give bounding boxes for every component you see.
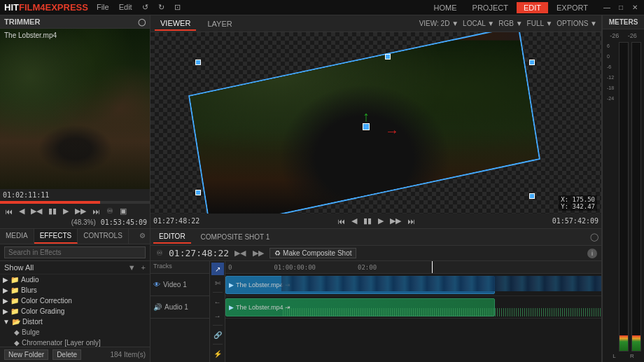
top-nav: HITFILM4EXPRESS File Edit ↺ ↻ ⊡ HOME PRO… (0, 0, 644, 15)
meter-labels: -26 -26 (606, 32, 641, 39)
main-area: TRIMMER ◯ The Lobster.mp4 01:02:11:11 ⏮ (0, 15, 644, 362)
ctrl-next[interactable]: ▶▶ (73, 206, 88, 216)
ctrl-to-start[interactable]: ⏮ (3, 207, 15, 216)
editor-btn-back[interactable]: ▶◀ (233, 249, 247, 258)
meters-title: METERS (609, 18, 638, 26)
effects-add-icon[interactable]: + (141, 263, 146, 272)
nav-tab-edit[interactable]: EDIT (517, 2, 548, 13)
editor-tab-composite[interactable]: COMPOSITE SHOT 1 (195, 231, 276, 243)
viewer-view-2d[interactable]: VIEW: 2D ▼ (419, 20, 458, 27)
category-distort[interactable]: ▼ 📂 Distort (0, 316, 150, 327)
effects-list: ▶ 📁 Audio ▶ 📁 Blurs ▶ 📁 Color Correction… (0, 274, 150, 347)
menu-edit[interactable]: Edit (119, 3, 132, 12)
transform-handle-bl[interactable] (195, 190, 201, 195)
transform-arrow-right[interactable]: → (385, 123, 399, 139)
ctrl-loop[interactable]: ♾ (104, 206, 115, 216)
nav-tab-project[interactable]: PROJECT (465, 2, 515, 13)
tab-media[interactable]: MEDIA (0, 229, 34, 244)
ctrl-camera[interactable]: ▣ (118, 206, 129, 216)
effect-bulge[interactable]: ◆ Bulge (0, 327, 150, 337)
editor-btn-forward[interactable]: ▶▶ (251, 249, 265, 258)
category-blurs[interactable]: ▶ 📁 Blurs (0, 285, 150, 295)
tool-select[interactable]: ↗ (211, 263, 224, 275)
viewer-ctrl-pause[interactable]: ▮▮ (361, 216, 374, 226)
delete-button[interactable]: Delete (52, 349, 81, 360)
viewer-rgb[interactable]: RGB ▼ (498, 20, 522, 27)
trimmer-progress-container[interactable] (0, 201, 150, 204)
video-eye-icon[interactable]: 👁 (153, 281, 160, 288)
scale-neg12: -12 (607, 75, 616, 80)
editor-info-icon[interactable]: i (587, 249, 597, 258)
viewer-tab-viewer[interactable]: VIEWER (155, 17, 196, 31)
effects-search-input[interactable] (4, 246, 146, 258)
left-tab-row: MEDIA EFFECTS CONTROLS ⚙ (0, 229, 150, 244)
menu-grid[interactable]: ⊡ (174, 3, 181, 12)
cat-cc-label: Color Correction (21, 297, 72, 305)
transform-arrow-up[interactable]: ↑ (363, 109, 370, 125)
ctrl-play[interactable]: ▶ (61, 206, 71, 216)
viewer-canvas[interactable]: ↑ → X: 175.50 Y: 342.47 (150, 32, 601, 214)
category-color-correction[interactable]: ▶ 📁 Color Correction (0, 295, 150, 306)
viewer-tab-layer[interactable]: LAYER (202, 18, 237, 30)
tool-razor[interactable]: ✄ (211, 277, 224, 289)
editor-timecode: 01:27:48:22 (169, 248, 229, 258)
make-composite-button[interactable]: ♻ Make Composite Shot (270, 248, 356, 258)
menu-undo[interactable]: ↺ (142, 3, 148, 12)
video-track-row[interactable]: ▶ The Lobster.mp4 ⇥ (225, 274, 601, 296)
timeline-ruler[interactable]: 0 01:00:00:00 02:00 (225, 261, 601, 274)
win-maximize[interactable]: □ (616, 3, 626, 13)
tool-link[interactable]: 🔗 (211, 328, 224, 341)
meter-fill-right (632, 335, 640, 351)
trimmer-video: The Lobster.mp4 (0, 29, 150, 189)
audio-speaker-icon[interactable]: 🔊 (153, 303, 162, 311)
tool-snap[interactable]: ⚡ (211, 347, 224, 360)
win-close[interactable]: ✕ (630, 3, 640, 13)
cat-cc-arrow: ▶ (3, 297, 8, 305)
viewer-options-btn[interactable]: OPTIONS ▼ (556, 20, 597, 27)
viewer-ctrl-start[interactable]: ⏮ (335, 216, 347, 226)
transform-handle-tl[interactable] (195, 60, 201, 65)
ctrl-to-end[interactable]: ⏭ (90, 207, 102, 216)
meter-bar-right (631, 42, 641, 351)
nav-tab-export[interactable]: EXPORT (550, 2, 595, 13)
editor-panel-icon[interactable]: ◯ (590, 232, 598, 242)
viewer-ctrl-play[interactable]: ▶ (376, 216, 386, 226)
menu-file[interactable]: File (97, 3, 109, 12)
effects-sort-icon[interactable]: ▼ (128, 263, 136, 272)
category-audio[interactable]: ▶ 📁 Audio (0, 274, 150, 285)
ctrl-pause[interactable]: ▮▮ (46, 206, 59, 216)
audio-track-row[interactable]: ▶ The Lobster.mp4 ⇥ (225, 296, 601, 319)
transform-handle-tm[interactable] (385, 54, 391, 60)
tool-move-left[interactable]: ← (211, 295, 224, 308)
ctrl-prev[interactable]: ▶◀ (29, 206, 44, 216)
nav-tab-home[interactable]: HOME (427, 2, 464, 13)
viewer-local[interactable]: LOCAL ▼ (463, 20, 494, 27)
meters-bars-container: 6 0 -6 -12 -18 -24 (606, 42, 641, 351)
category-color-grading[interactable]: ▶ 📁 Color Grading (0, 306, 150, 316)
viewer-ctrl-prev[interactable]: ◀ (349, 216, 359, 226)
tool-move-right[interactable]: → (211, 309, 224, 322)
left-panel-settings[interactable]: ⚙ (135, 229, 150, 244)
timeline-right: 0 01:00:00:00 02:00 ▶ The L (225, 261, 601, 362)
tool-separator-2 (213, 325, 223, 326)
transform-handle-tr[interactable] (529, 60, 535, 65)
viewer-ctrl-next[interactable]: ▶▶ (388, 216, 403, 226)
tab-controls[interactable]: CONTROLS (78, 229, 129, 244)
trimmer-expand-icon[interactable]: ◯ (138, 18, 146, 26)
editor-tab-editor[interactable]: EDITOR (153, 230, 191, 244)
viewer-full[interactable]: FULL ▼ (527, 20, 553, 27)
new-folder-button[interactable]: New Folder (4, 349, 48, 360)
viewer-header: VIEWER LAYER VIEW: 2D ▼ LOCAL ▼ RGB ▼ FU… (150, 15, 601, 32)
trimmer-panel: TRIMMER ◯ The Lobster.mp4 01:02:11:11 ⏮ (0, 15, 150, 229)
playhead[interactable] (432, 261, 433, 273)
effect-chromenator[interactable]: ◆ Chromenator [Layer only] (0, 337, 150, 347)
viewer-ctrl-end[interactable]: ⏭ (405, 216, 417, 226)
trimmer-timecode: 01:02:11:11 (3, 191, 49, 199)
win-minimize[interactable]: — (602, 3, 612, 13)
transform-handle-br[interactable] (529, 193, 535, 199)
menu-redo[interactable]: ↻ (158, 3, 164, 12)
editor-btn-loop[interactable]: ♾ (155, 249, 164, 258)
tab-effects[interactable]: EFFECTS (34, 229, 78, 244)
ctrl-prev-frame[interactable]: ◀ (17, 206, 27, 216)
transform-center-handle[interactable] (363, 123, 370, 130)
